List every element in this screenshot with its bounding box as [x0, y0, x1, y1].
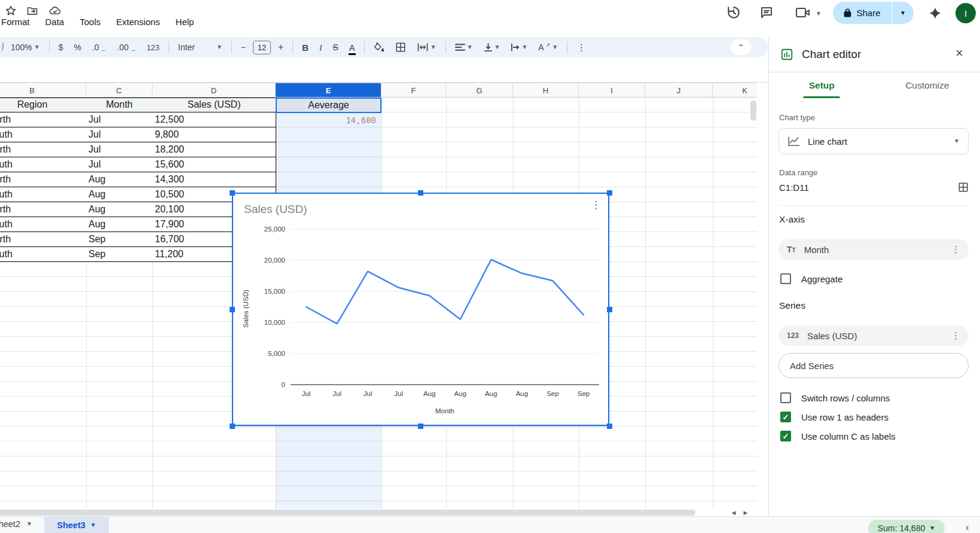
cell[interactable]: 15,600: [152, 157, 276, 172]
cell[interactable]: North: [0, 112, 87, 127]
x-axis-menu-icon[interactable]: ⋮: [951, 244, 960, 255]
horizontal-scrollbar[interactable]: [0, 510, 695, 516]
column-header-G[interactable]: G: [446, 83, 513, 98]
resize-handle[interactable]: [230, 307, 235, 312]
cell[interactable]: Region: [0, 98, 87, 112]
cell[interactable]: 14,300: [152, 172, 276, 187]
text-rotation-button[interactable]: A↗ ▼: [535, 39, 561, 55]
text-color-button[interactable]: A: [346, 39, 359, 55]
sheet-tab-sheet2[interactable]: Sheet2▼: [0, 519, 32, 529]
checkbox-switch-rows-columns[interactable]: [780, 392, 791, 403]
more-formats-button[interactable]: 123: [143, 39, 163, 55]
series-field[interactable]: 123 Sales (USD) ⋮: [778, 325, 969, 346]
series-menu-icon[interactable]: ⋮: [951, 330, 960, 341]
column-header-H[interactable]: H: [513, 83, 579, 98]
text-wrap-button[interactable]: ▼: [507, 39, 531, 55]
cell[interactable]: 18,200: [152, 142, 276, 157]
cell[interactable]: 12,500: [152, 112, 276, 127]
decrease-decimal-button[interactable]: .0←: [88, 39, 110, 55]
comment-icon[interactable]: [759, 5, 774, 20]
cell[interactable]: Aug: [86, 202, 153, 217]
close-panel-icon[interactable]: ×: [955, 45, 963, 61]
data-range-value[interactable]: C1:D11: [779, 182, 958, 193]
version-history-icon[interactable]: [726, 5, 741, 20]
strikethrough-button[interactable]: S: [329, 39, 341, 55]
cell[interactable]: Jul: [86, 142, 153, 157]
resize-handle[interactable]: [607, 190, 612, 196]
cell-E2-preview-value[interactable]: 14,680: [276, 112, 381, 127]
star-icon[interactable]: [5, 5, 17, 17]
cell[interactable]: Aug: [86, 172, 153, 187]
cell[interactable]: North: [0, 172, 87, 187]
italic-button[interactable]: I: [316, 39, 325, 55]
format-percent-button[interactable]: %: [71, 39, 85, 55]
borders-icon[interactable]: [392, 39, 410, 55]
tab-setup[interactable]: Setup: [769, 72, 875, 98]
resize-handle[interactable]: [230, 190, 235, 196]
vertical-scrollbar[interactable]: [750, 100, 756, 121]
cell[interactable]: South: [0, 127, 87, 142]
font-size-input[interactable]: 12: [253, 41, 271, 54]
active-cell-E1[interactable]: Aeverage: [276, 98, 381, 113]
sum-status-badge[interactable]: Sum: 14,680▼: [868, 520, 945, 533]
share-button[interactable]: Share: [833, 2, 892, 24]
camera-caret-icon[interactable]: ▼: [816, 11, 822, 17]
cell[interactable]: Jul: [86, 157, 153, 172]
menu-item-data[interactable]: Data: [45, 17, 65, 27]
avatar[interactable]: I: [955, 3, 976, 23]
meet-camera-icon[interactable]: [795, 7, 811, 19]
cell[interactable]: North: [0, 232, 87, 247]
horizontal-align-button[interactable]: ▼: [451, 39, 477, 55]
decrease-font-size-button[interactable]: −: [237, 39, 249, 55]
bold-button[interactable]: B: [298, 39, 312, 55]
resize-handle[interactable]: [607, 424, 612, 429]
resize-handle[interactable]: [418, 190, 423, 196]
format-currency-button[interactable]: $: [55, 39, 67, 55]
cell[interactable]: North: [0, 142, 87, 157]
chart-more-menu-icon[interactable]: ⋮: [591, 199, 601, 211]
menu-item-help[interactable]: Help: [176, 17, 194, 27]
scroll-right-button[interactable]: ▶: [741, 509, 750, 516]
column-header-F[interactable]: F: [381, 83, 446, 98]
cell[interactable]: South: [0, 157, 87, 172]
chart-type-select[interactable]: Line chart ▼: [778, 128, 969, 154]
more-toolbar-button[interactable]: ⋮: [573, 39, 590, 55]
zoom-select[interactable]: 100%▼: [7, 39, 44, 55]
cell[interactable]: South: [0, 217, 87, 232]
column-header-I[interactable]: I: [579, 83, 645, 98]
column-header-K[interactable]: K: [713, 83, 757, 98]
tab-customize[interactable]: Customize: [875, 72, 980, 98]
cell[interactable]: Sales (USD): [152, 98, 276, 112]
checkbox-use-column-c-as-labels[interactable]: ✓: [780, 431, 791, 441]
aggregate-checkbox[interactable]: [780, 273, 791, 284]
increase-decimal-button[interactable]: .00→: [114, 39, 139, 55]
sheet-tab-sheet3[interactable]: Sheet3▼: [44, 517, 109, 533]
cell[interactable]: South: [0, 187, 87, 202]
gemini-sparkle-icon[interactable]: [928, 6, 942, 20]
increase-font-size-button[interactable]: +: [274, 39, 287, 55]
formula-bar[interactable]: [0, 57, 768, 83]
column-header-B[interactable]: B: [0, 83, 86, 98]
cell[interactable]: Sep: [86, 232, 153, 247]
menu-item-tools[interactable]: Tools: [80, 17, 100, 27]
cell[interactable]: Sep: [86, 247, 153, 262]
menu-item-format[interactable]: Format: [1, 17, 30, 27]
checkbox-use-row-1-as-headers[interactable]: ✓: [780, 412, 791, 422]
add-series-button[interactable]: Add Series: [778, 353, 969, 378]
cell[interactable]: Jul: [86, 127, 153, 142]
collapse-toolbar-button[interactable]: ⌃: [731, 39, 751, 55]
column-header-C[interactable]: C: [86, 83, 152, 98]
x-axis-field[interactable]: TT Month ⋮: [778, 239, 969, 260]
share-dropdown[interactable]: ▼: [892, 2, 914, 24]
resize-handle[interactable]: [230, 424, 235, 429]
column-header-E[interactable]: E: [276, 83, 381, 98]
cell[interactable]: Month: [86, 98, 153, 112]
column-header-J[interactable]: J: [645, 83, 713, 98]
cell[interactable]: Aug: [86, 217, 153, 232]
cloud-status-icon[interactable]: [48, 5, 62, 17]
resize-handle[interactable]: [607, 307, 612, 312]
cell[interactable]: Jul: [86, 112, 153, 127]
move-folder-icon[interactable]: [26, 5, 39, 17]
resize-handle[interactable]: [418, 424, 423, 429]
vertical-align-button[interactable]: ▼: [480, 39, 504, 55]
